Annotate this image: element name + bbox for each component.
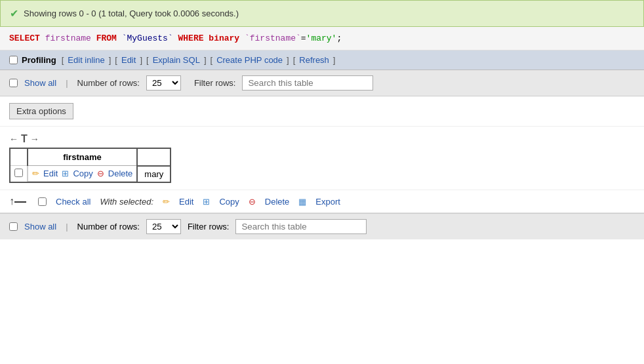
explain-sql-link[interactable]: Explain SQL — [153, 55, 200, 65]
rows-label-top: Number of rows: — [77, 78, 140, 88]
create-php-link[interactable]: Create PHP code — [216, 55, 283, 65]
with-selected-label: With selected: — [100, 197, 153, 207]
check-all-link[interactable]: Check all — [56, 197, 91, 207]
filter-bar-top: Show all | Number of rows: 25 50 100 250… — [0, 70, 644, 96]
scroll-up-icon[interactable]: ↑ — [9, 195, 26, 207]
col-header-firstname[interactable]: firstname — [28, 148, 138, 166]
row-value-firstname: mary — [137, 166, 171, 183]
filter-label-top: Filter rows: — [194, 78, 236, 88]
delete-selected-link[interactable]: Delete — [265, 197, 290, 207]
show-all-checkbox-top[interactable] — [9, 79, 18, 87]
rows-label-bottom: Number of rows: — [77, 222, 140, 232]
copy-selected-link[interactable]: Copy — [219, 197, 239, 207]
edit-link[interactable]: Edit — [121, 55, 136, 65]
check-icon: ✔ — [10, 7, 18, 20]
check-all-checkbox[interactable] — [38, 197, 47, 206]
export-selected-icon: ▦ — [298, 197, 306, 207]
resize-left-icon[interactable]: ← — [9, 134, 18, 144]
profiling-checkbox[interactable] — [9, 56, 18, 64]
edit-row-link[interactable]: Edit — [43, 169, 58, 178]
edit-inline-link[interactable]: Edit inline — [68, 55, 104, 65]
sql-eq: = — [301, 33, 306, 43]
show-all-checkbox-bottom[interactable] — [9, 222, 18, 231]
resize-T-icon: T — [21, 133, 28, 145]
sql-select: SELECT — [9, 33, 40, 43]
edit-selected-icon: ✏ — [163, 197, 170, 207]
data-table: firstname ✏ Edit ⊞ Copy ⊖ Delete mary — [9, 148, 171, 183]
search-input-bottom[interactable] — [235, 219, 367, 234]
copy-row-link[interactable]: Copy — [73, 169, 92, 178]
copy-row-icon: ⊞ — [62, 169, 69, 178]
row-checkbox[interactable] — [14, 169, 23, 177]
search-input-top[interactable] — [242, 75, 373, 91]
sql-bar: SELECT firstname FROM `MyGuests` WHERE b… — [0, 27, 644, 51]
extra-options-bar: Extra options — [0, 96, 644, 127]
delete-selected-icon: ⊖ — [249, 197, 256, 207]
filter-bar-bottom: Show all | Number of rows: 25 50 100 250… — [0, 213, 644, 239]
filter-label-bottom: Filter rows: — [188, 222, 230, 232]
rows-select-bottom[interactable]: 25 50 100 250 500 — [146, 219, 181, 234]
table-row: ✏ Edit ⊞ Copy ⊖ Delete mary — [10, 166, 171, 183]
sql-val: 'mary' — [306, 33, 337, 43]
sql-semi: ; — [336, 33, 342, 43]
show-all-label-bottom[interactable]: Show all — [24, 222, 56, 232]
bottom-actions-bar: ↑ Check all With selected: ✏ Edit ⊞ Copy… — [0, 190, 644, 213]
profiling-label: Profiling — [22, 55, 56, 65]
table-section: ← T → firstname ✏ Edit ⊞ Copy ⊖ De — [0, 127, 644, 190]
delete-row-link[interactable]: Delete — [108, 169, 133, 178]
success-message: Showing rows 0 - 0 (1 total, Query took … — [24, 9, 239, 18]
refresh-link[interactable]: Refresh — [299, 55, 329, 65]
sql-where: WHERE — [178, 33, 204, 43]
copy-selected-icon: ⊞ — [203, 197, 210, 207]
export-selected-link[interactable]: Export — [315, 197, 340, 207]
resize-right-icon[interactable]: → — [30, 134, 39, 144]
edit-selected-link[interactable]: Edit — [179, 197, 193, 207]
sql-field: firstname — [45, 33, 91, 43]
resize-handles: ← T → — [9, 133, 635, 145]
sql-binary: binary — [209, 33, 239, 43]
edit-row-icon: ✏ — [32, 169, 39, 178]
toolbar-bar: Profiling [ Edit inline ] [ Edit ] [ Exp… — [0, 51, 644, 70]
rows-select-top[interactable]: 25 50 100 250 500 — [146, 75, 181, 91]
sql-table: `MyGuests` — [122, 33, 173, 43]
extra-options-button[interactable]: Extra options — [9, 103, 73, 119]
delete-row-icon: ⊖ — [97, 169, 104, 178]
show-all-label-top[interactable]: Show all — [24, 78, 56, 88]
sql-from: FROM — [96, 33, 117, 43]
sql-col: `firstname` — [245, 33, 301, 43]
success-bar: ✔ Showing rows 0 - 0 (1 total, Query too… — [0, 0, 644, 27]
